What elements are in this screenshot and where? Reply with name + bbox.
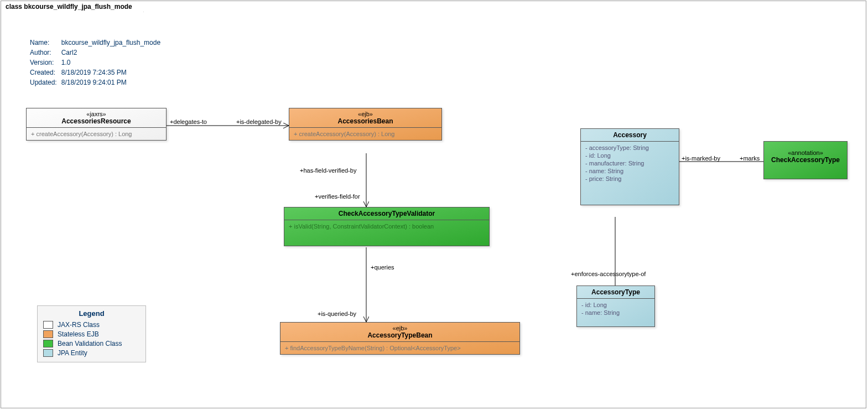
swatch-icon [43,340,53,347]
diagram-frame: class bkcourse_wildfly_jpa_flush_mode Na… [1,1,866,408]
class-accessories-bean[interactable]: «ejb» AccessoriesBean + createAccessory(… [289,108,442,141]
attribute: - id: Long [581,301,650,309]
class-accessories-resource[interactable]: «jaxrs» AccessoriesResource + createAcce… [26,108,167,141]
diagram-title-tab: class bkcourse_wildfly_jpa_flush_mode [1,1,144,12]
meta-val-updated: 8/18/2019 9:24:01 PM [61,78,164,87]
legend-label: JPA Entity [58,349,87,357]
legend-label: Bean Validation Class [58,340,122,347]
meta-key-name: Name: [30,38,60,47]
attribute: - price: String [585,175,674,183]
label-is-delegated-by: +is-delegated-by [236,118,282,125]
operation: + findAccessoryTypeByName(String) : Opti… [285,344,515,352]
label-verifies-field-for: +verifies-field-for [315,193,360,200]
label-has-field-verified-by: +has-field-verified-by [300,167,356,174]
meta-key-created: Created: [30,68,60,77]
meta-key-updated: Updated: [30,78,60,87]
class-accessory[interactable]: Accessory - accessoryType: String - id: … [580,128,679,205]
label-queries: +queries [371,264,394,271]
class-name: AccessoriesResource [30,117,163,125]
class-check-accessory-type-validator[interactable]: CheckAccessoryTypeValidator + isValid(St… [284,207,490,246]
label-delegates-to: +delegates-to [170,118,207,125]
class-name: AccessoryTypeBean [284,331,516,339]
legend-title: Legend [43,309,140,318]
label-marks: +marks [740,155,760,162]
meta-val-created: 8/18/2019 7:24:35 PM [61,68,164,77]
operation: + createAccessory(Accessory) : Long [31,130,162,138]
meta-val-version: 1.0 [61,58,164,67]
legend-row-validation: Bean Validation Class [43,340,140,347]
class-name: CheckAccessoryTypeValidator [288,210,486,217]
meta-val-author: Carl2 [61,48,164,57]
annotation-name: CheckAccessoryType [767,156,844,164]
legend: Legend JAX-RS Class Stateless EJB Bean V… [37,305,146,362]
swatch-icon [43,349,53,357]
label-enforces: +enforces-accessorytype-of [571,271,646,277]
class-name: AccessoryType [580,288,651,296]
attribute: - manufacturer: String [585,159,674,167]
operation: + isValid(String, ConstraintValidatorCon… [289,222,485,230]
meta-key-version: Version: [30,58,60,67]
attribute: - name: String [581,309,650,316]
label-is-queried-by: +is-queried-by [318,310,356,317]
meta-key-author: Author: [30,48,60,57]
legend-row-entity: JPA Entity [43,349,140,357]
annotation-check-accessory-type[interactable]: «annotation» CheckAccessoryType [763,141,848,179]
class-name: AccessoriesBean [293,117,438,125]
meta-val-name: bkcourse_wildfly_jpa_flush_mode [61,38,164,47]
stereotype: «jaxrs» [30,111,163,117]
swatch-icon [43,330,53,338]
stereotype: «ejb» [293,111,438,117]
label-is-marked-by: +is-marked-by [682,155,720,162]
legend-row-jaxrs: JAX-RS Class [43,321,140,329]
attribute: - accessoryType: String [585,144,674,152]
legend-row-ejb: Stateless EJB [43,330,140,338]
class-name: Accessory [584,131,675,139]
diagram-metadata: Name:bkcourse_wildfly_jpa_flush_mode Aut… [29,37,165,88]
swatch-icon [43,321,53,329]
legend-label: Stateless EJB [58,330,99,338]
attribute: - id: Long [585,152,674,159]
class-accessory-type[interactable]: AccessoryType - id: Long - name: String [576,286,655,327]
stereotype: «ejb» [284,325,516,331]
attribute: - name: String [585,167,674,175]
operation: + createAccessory(Accessory) : Long [294,130,437,138]
legend-label: JAX-RS Class [58,321,100,329]
class-accessory-type-bean[interactable]: «ejb» AccessoryTypeBean + findAccessoryT… [280,322,520,355]
stereotype: «annotation» [767,149,844,156]
